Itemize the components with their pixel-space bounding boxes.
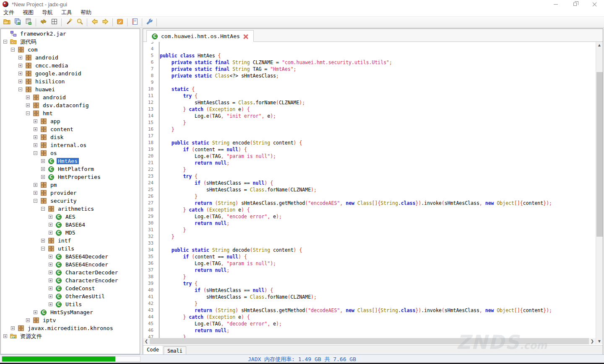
minimize-button[interactable]	[546, 0, 565, 8]
menu-导航[interactable]: 导航	[38, 8, 57, 16]
tree-item-framework2.jar[interactable]: framework2.jar	[1, 30, 140, 38]
tree-item-javax.microedition.khronos[interactable]: +javax.microedition.khronos	[1, 324, 140, 332]
code-line-17[interactable]: 17	[143, 133, 596, 139]
tab-close-icon[interactable]	[243, 34, 248, 39]
vertical-scroll-thumb[interactable]	[596, 72, 603, 237]
code-line-13[interactable]: 13 } catch (Exception e) {	[143, 106, 596, 113]
tree-item-os[interactable]: −os	[1, 149, 140, 157]
code-line-9[interactable]: 9	[143, 79, 596, 86]
collapse-icon[interactable]: −	[3, 40, 7, 44]
code-line-23[interactable]: 23 try {	[143, 173, 596, 180]
tree-item-app[interactable]: +app	[1, 117, 140, 125]
expand-icon[interactable]: +	[34, 191, 37, 195]
log-viewer-button[interactable]	[115, 18, 125, 27]
tree-item-源代码[interactable]: −源代码	[1, 38, 140, 46]
tab-hmtaes[interactable]: C com.huawei.hmt.os.HmtAes	[146, 30, 254, 42]
tree-item-HmtAes[interactable]: +CHmtAes	[1, 157, 140, 165]
code-line-11[interactable]: 11 try {	[143, 93, 596, 99]
code-line-37[interactable]: 37 return null;	[143, 267, 596, 274]
code-line-42[interactable]: 42 }	[143, 300, 596, 307]
code-line-10[interactable]: 10 static {	[143, 86, 596, 93]
flat-packages-button[interactable]	[49, 18, 60, 27]
expand-icon[interactable]: +	[18, 56, 22, 59]
code-line-39[interactable]: 39 try {	[143, 280, 596, 287]
expand-icon[interactable]: +	[18, 80, 22, 83]
code-line-43[interactable]: 43 return (String) sHmtAesClass.getMetho…	[143, 307, 596, 314]
code-line-31[interactable]: 31 }	[143, 227, 596, 233]
tab-smali[interactable]: Smali	[164, 346, 186, 354]
code-line-16[interactable]: 16 }	[143, 126, 596, 133]
horizontal-scrollbar[interactable]: ❮ ❯	[143, 338, 596, 344]
code-line-32[interactable]: 32 }	[143, 233, 596, 240]
code-line-45[interactable]: 45 Log.e(TAG, "decode error", e);	[143, 320, 596, 327]
expand-icon[interactable]: +	[11, 326, 15, 330]
report-button[interactable]	[129, 18, 140, 27]
tree-item-CharacterEncoder[interactable]: +CCharacterEncoder	[1, 276, 140, 284]
code-line-8[interactable]: 8 private static Class<?> sHmtAesClass;	[143, 72, 596, 79]
tree-item-intf[interactable]: +intf	[1, 237, 140, 245]
tree-item-CodeConst[interactable]: +CCodeConst	[1, 284, 140, 292]
expand-icon[interactable]: +	[34, 183, 37, 187]
forward-button[interactable]	[100, 18, 111, 27]
collapse-icon[interactable]: −	[34, 151, 37, 155]
expand-icon[interactable]: +	[49, 279, 52, 282]
expand-icon[interactable]: +	[49, 255, 52, 258]
tree-item-HmtProperties[interactable]: +CHmtProperties	[1, 173, 140, 181]
expand-icon[interactable]: +	[26, 318, 30, 322]
collapse-icon[interactable]: −	[11, 48, 15, 52]
expand-icon[interactable]: +	[34, 135, 37, 139]
code-line-25[interactable]: 25 sHmtAesClass = Class.forName(CLZNAME)…	[143, 186, 596, 193]
code-line-22[interactable]: 22 }	[143, 166, 596, 173]
code-line-28[interactable]: 28 } catch (Exception e) {	[143, 207, 596, 213]
code-line-35[interactable]: 35 if (content == null) {	[143, 253, 596, 260]
collapse-icon[interactable]: −	[34, 199, 37, 203]
code-line-20[interactable]: 20 Log.e(TAG, "param is null");	[143, 153, 596, 160]
export-button[interactable]	[23, 18, 34, 27]
tree-item-security[interactable]: −security	[1, 197, 140, 205]
expand-icon[interactable]: +	[49, 287, 52, 290]
collapse-icon[interactable]: −	[26, 111, 30, 115]
scroll-left-icon[interactable]: ❮	[143, 338, 150, 344]
code-line-36[interactable]: 36 Log.e(TAG, "param is null");	[143, 260, 596, 267]
expand-icon[interactable]: +	[34, 127, 37, 131]
tree-item-google.android[interactable]: +google.android	[1, 70, 140, 77]
code-line-3[interactable]: 3	[143, 42, 596, 46]
tree-item-Utils[interactable]: +CUtils	[1, 300, 140, 308]
menu-视图[interactable]: 视图	[18, 8, 38, 16]
expand-icon[interactable]: +	[49, 294, 52, 298]
code-line-12[interactable]: 12 sHmtAesClass = Class.forName(CLZNAME)…	[143, 99, 596, 106]
tree-item-android[interactable]: +android	[1, 93, 140, 101]
project-tree-panel[interactable]: framework2.jar−源代码−com+android+cmcc.medi…	[0, 28, 140, 354]
tree-item-internal.os[interactable]: +internal.os	[1, 141, 140, 149]
code-line-29[interactable]: 29 Log.e(TAG, "encode error", e);	[143, 213, 596, 220]
expand-icon[interactable]: +	[41, 167, 45, 171]
expand-icon[interactable]: +	[18, 72, 22, 75]
open-file-button[interactable]	[1, 18, 12, 27]
expand-icon[interactable]: +	[3, 334, 7, 338]
sync-button[interactable]	[38, 18, 49, 27]
tree-item-资源文件[interactable]: +010资源文件	[1, 332, 140, 340]
menu-帮助[interactable]: 帮助	[76, 8, 96, 16]
tree-item-MD5[interactable]: +CMD5	[1, 229, 140, 237]
code-line-14[interactable]: 14 Log.e(TAG, "init error", e);	[143, 113, 596, 119]
expand-icon[interactable]: +	[18, 64, 22, 67]
code-line-30[interactable]: 30 return null;	[143, 220, 596, 227]
code-line-6[interactable]: 6 private static final String CLZNAME = …	[143, 59, 596, 66]
tree-item-hisilicon[interactable]: +hisilicon	[1, 77, 140, 85]
tree-item-huawei[interactable]: −huawei	[1, 85, 140, 93]
expand-icon[interactable]: +	[49, 263, 52, 266]
deobfuscation-button[interactable]	[63, 18, 74, 27]
back-button[interactable]	[89, 18, 100, 27]
save-all-button[interactable]	[12, 18, 23, 27]
tree-item-BASE64Decoder[interactable]: +CBASE64Decoder	[1, 253, 140, 261]
code-line-44[interactable]: 44 } catch (Exception e) {	[143, 314, 596, 320]
tree-item-content[interactable]: +content	[1, 125, 140, 133]
code-line-15[interactable]: 15 }	[143, 119, 596, 126]
code-line-7[interactable]: 7 private static final String TAG = "Hmt…	[143, 66, 596, 72]
code-line-5[interactable]: 5public class HmtAes {	[143, 52, 596, 59]
code-editor[interactable]: 345public class HmtAes {6 private static…	[143, 42, 596, 338]
expand-icon[interactable]: +	[26, 96, 30, 99]
tree-item-BASE64[interactable]: +CBASE64	[1, 221, 140, 229]
restore-button[interactable]	[565, 0, 585, 8]
code-line-40[interactable]: 40 if (sHmtAesClass == null) {	[143, 287, 596, 294]
